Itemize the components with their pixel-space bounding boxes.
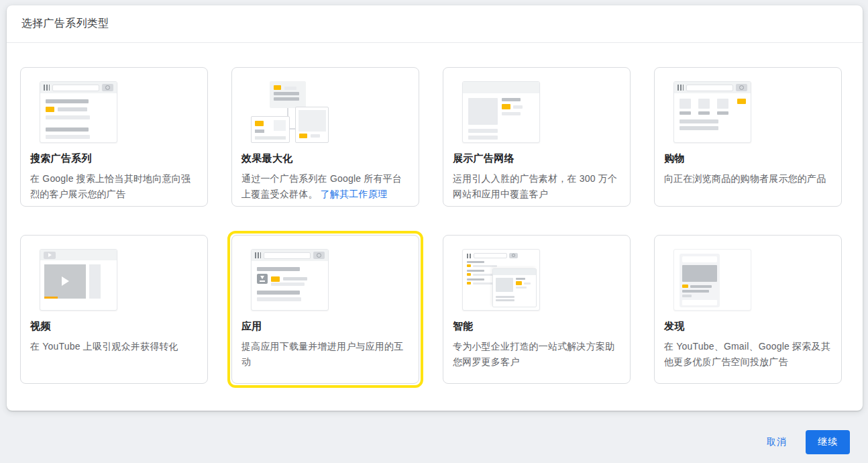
dialog-header: 选择广告系列类型 <box>7 5 863 43</box>
ad-badge <box>502 104 510 109</box>
search-campaign-thumbnail <box>40 81 117 143</box>
ad-badge <box>682 285 688 288</box>
card-title: 效果最大化 <box>241 152 409 165</box>
logo-bars-icon <box>44 85 50 91</box>
dialog-title: 选择广告系列类型 <box>21 17 109 31</box>
campaign-card-smart[interactable]: 智能 专为小型企业打造的一站式解决方案助您网罗更多客户 <box>443 235 631 384</box>
card-description: 专为小型企业打造的一站式解决方案助您网罗更多客户 <box>453 339 620 370</box>
app-campaign-thumbnail <box>251 249 329 311</box>
ad-badge <box>737 99 746 104</box>
card-description: 在 YouTube、Gmail、Google 探索及其他更多优质广告空间投放广告 <box>664 339 832 370</box>
card-description: 在 Google 搜索上恰当其时地向意向强烈的客户展示您的广告 <box>30 171 198 202</box>
mini-search-input <box>686 85 733 91</box>
play-icon <box>44 252 56 259</box>
ad-badge <box>516 281 522 285</box>
campaign-card-performance-max[interactable]: 效果最大化 通过一个广告系列在 Google 所有平台上覆盖受众群体。 了解其工… <box>231 67 419 207</box>
card-title: 发现 <box>664 320 832 333</box>
card-title: 视频 <box>30 320 198 333</box>
campaign-card-app[interactable]: 应用 提高应用下载量并增进用户与应用的互动 <box>231 235 419 384</box>
mobile-feed-card <box>680 254 720 307</box>
campaign-card-search[interactable]: 搜索广告系列 在 Google 搜索上恰当其时地向意向强烈的客户展示您的广告 <box>20 67 208 207</box>
campaign-card-display[interactable]: 展示广告网络 运用引人入胜的广告素材，在 300 万个网站和应用中覆盖客户 <box>443 67 631 207</box>
card-description: 运用引人入胜的广告素材，在 300 万个网站和应用中覆盖客户 <box>453 171 620 202</box>
ad-badge <box>46 107 54 112</box>
continue-button[interactable]: 继续 <box>806 430 850 454</box>
card-title: 展示广告网络 <box>453 152 620 165</box>
card-title: 搜索广告系列 <box>30 152 198 165</box>
ad-badge <box>255 121 264 126</box>
logo-bars-icon <box>467 254 472 258</box>
ad-badge <box>274 85 281 90</box>
search-icon <box>509 253 518 258</box>
learn-more-link[interactable]: 了解其工作原理 <box>321 189 387 199</box>
ad-badge <box>271 276 280 282</box>
dialog-footer: 取消 继续 <box>757 430 850 454</box>
logo-bars-icon <box>677 85 684 91</box>
card-description: 向正在浏览商品的购物者展示您的产品 <box>664 171 832 187</box>
mini-search-input <box>474 253 507 258</box>
ad-badge <box>467 282 471 285</box>
performance-max-thumbnail <box>251 81 329 143</box>
display-network-thumbnail <box>462 81 540 143</box>
progress-bar <box>44 297 58 299</box>
search-icon <box>102 84 113 91</box>
card-title: 应用 <box>241 320 409 333</box>
card-description: 提高应用下载量并增进用户与应用的互动 <box>241 339 409 370</box>
search-icon <box>313 252 325 259</box>
video-thumbnail <box>40 249 117 311</box>
ad-badge <box>467 264 471 267</box>
card-description: 在 YouTube 上吸引观众并获得转化 <box>30 339 198 354</box>
cancel-button[interactable]: 取消 <box>757 430 796 454</box>
search-icon <box>736 84 747 91</box>
campaign-card-discovery[interactable]: 发现 在 YouTube、Gmail、Google 探索及其他更多优质广告空间投… <box>654 235 842 384</box>
ad-badge <box>299 134 307 138</box>
mini-search-input <box>52 85 99 91</box>
mini-search-input <box>264 252 311 259</box>
shopping-thumbnail <box>673 81 751 143</box>
card-description: 通过一个广告系列在 Google 所有平台上覆盖受众群体。 了解其工作原理 <box>241 171 409 202</box>
card-title: 智能 <box>453 320 620 333</box>
campaign-type-dialog: 选择广告系列类型 <box>7 5 863 411</box>
campaign-type-grid: 搜索广告系列 在 Google 搜索上恰当其时地向意向强烈的客户展示您的广告 <box>7 43 863 384</box>
video-player <box>44 264 86 299</box>
campaign-card-shopping[interactable]: 购物 向正在浏览商品的购物者展示您的产品 <box>654 67 842 207</box>
discovery-thumbnail <box>673 249 751 311</box>
campaign-card-video[interactable]: 视频 在 YouTube 上吸引观众并获得转化 <box>20 235 208 384</box>
card-title: 购物 <box>664 152 832 165</box>
ad-badge <box>467 273 471 276</box>
logo-bars-icon <box>255 252 261 258</box>
smart-campaign-thumbnail <box>462 249 540 311</box>
download-icon <box>257 274 268 284</box>
